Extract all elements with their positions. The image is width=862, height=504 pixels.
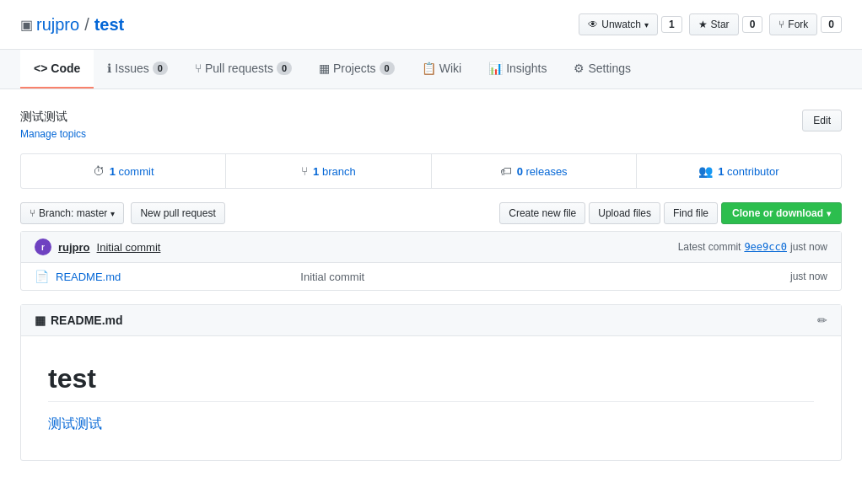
find-file-button[interactable]: Find file (664, 202, 718, 224)
table-row: 📄 README.md Initial commit just now (21, 263, 841, 290)
readme-edit-link[interactable]: ✏ (817, 314, 827, 327)
manage-topics-link[interactable]: Manage topics (20, 128, 86, 140)
issues-icon: ℹ (107, 62, 111, 75)
nav-tabs: <> Code ℹ Issues 0 ⑂ Pull requests 0 ▦ P… (0, 50, 862, 89)
repo-owner-link[interactable]: rujpro (36, 15, 79, 35)
tab-pull-requests[interactable]: ⑂ Pull requests 0 (181, 50, 305, 88)
insights-icon: 📊 (488, 62, 503, 75)
tab-settings[interactable]: ⚙ Settings (560, 50, 644, 88)
projects-icon: ▦ (319, 62, 330, 75)
readme-section: ▦ README.md ✏ test 测试测试 (20, 304, 842, 461)
readme-icon: ▦ (35, 314, 46, 327)
unwatch-button[interactable]: 👁 Unwatch ▾ (579, 13, 658, 35)
repo-description-text: 测试测试 (20, 110, 67, 123)
pencil-icon: ✏ (817, 314, 827, 327)
dropdown-arrow-icon: ▾ (644, 20, 649, 29)
commit-message-link[interactable]: Initial commit (97, 241, 161, 254)
repo-name-link[interactable]: test (94, 15, 125, 35)
star-button[interactable]: ★ Star (689, 13, 739, 35)
releases-stat: 🏷 0 releases (432, 154, 637, 188)
file-commit-message: Initial commit (300, 271, 790, 283)
clone-dropdown-icon: ▾ (827, 209, 831, 218)
settings-icon: ⚙ (574, 62, 585, 75)
tag-icon: 🏷 (500, 164, 512, 178)
readme-description: 测试测试 (48, 416, 814, 433)
tab-projects[interactable]: ▦ Projects 0 (305, 50, 408, 88)
repo-header: ▣ rujpro / test 👁 Unwatch ▾ 1 ★ Star 0 ⑂… (0, 0, 862, 50)
tab-issues[interactable]: ℹ Issues 0 (94, 50, 181, 88)
branch-icon: ⑂ (301, 164, 308, 178)
commits-icon: ⏱ (93, 164, 105, 178)
clone-or-download-button[interactable]: Clone or download ▾ (721, 202, 842, 224)
file-icon: 📄 (35, 270, 49, 283)
code-icon: <> (34, 62, 47, 75)
file-name-link[interactable]: README.md (56, 271, 300, 283)
create-new-file-button[interactable]: Create new file (499, 202, 585, 224)
tab-insights[interactable]: 📊 Insights (475, 50, 560, 88)
unwatch-count: 1 (661, 16, 682, 33)
projects-count: 0 (380, 62, 395, 75)
releases-link[interactable]: 0 releases (517, 165, 568, 178)
branch-icon: ⑂ (30, 207, 35, 219)
pr-icon: ⑂ (195, 62, 202, 75)
issues-count: 0 (153, 62, 168, 75)
tab-wiki[interactable]: 📋 Wiki (408, 50, 475, 88)
upload-files-button[interactable]: Upload files (589, 202, 660, 224)
wiki-icon: 📋 (422, 62, 436, 75)
repo-title: ▣ rujpro / test (20, 15, 124, 35)
stats-bar: ⏱ 1 commit ⑂ 1 branch 🏷 0 releases 👥 1 (20, 153, 842, 189)
pr-count: 0 (277, 62, 292, 75)
file-table: r rujpro Initial commit Latest commit 9e… (20, 231, 842, 291)
latest-commit-row: r rujpro Initial commit Latest commit 9e… (21, 232, 841, 263)
readme-title: ▦ README.md (35, 314, 123, 327)
file-time: just now (790, 271, 827, 282)
toolbar-right: Create new file Upload files Find file C… (499, 202, 842, 224)
branches-stat: ⑂ 1 branch (226, 154, 431, 188)
repo-icon: ▣ (20, 17, 33, 33)
branches-link[interactable]: 1 branch (313, 165, 356, 178)
commit-hash-link[interactable]: 9ee9cc0 (744, 241, 787, 253)
repo-separator: / (84, 15, 89, 35)
commit-info: r rujpro Initial commit (35, 239, 160, 255)
contributors-icon: 👥 (698, 164, 713, 178)
repo-description: 测试测试 Manage topics Edit (20, 110, 842, 140)
main-content: 测试测试 Manage topics Edit ⏱ 1 commit ⑂ 1 b… (0, 89, 862, 481)
readme-content: test 测试测试 (21, 336, 841, 460)
branch-selector[interactable]: ⑂ Branch: master ▾ (20, 202, 124, 224)
toolbar-left: ⑂ Branch: master ▾ New pull request (20, 202, 225, 224)
fork-icon: ⑂ (778, 19, 784, 30)
edit-button[interactable]: Edit (802, 110, 842, 131)
star-count: 0 (742, 16, 763, 33)
avatar: r (35, 239, 51, 255)
fork-button[interactable]: ⑂ Fork (769, 13, 817, 35)
commit-author-link[interactable]: rujpro (58, 241, 90, 254)
fork-count: 0 (821, 16, 842, 33)
contributors-stat: 👥 1 contributor (637, 154, 841, 188)
eye-icon: 👁 (588, 19, 598, 30)
commit-meta: Latest commit 9ee9cc0 just now (678, 241, 827, 253)
tab-code[interactable]: <> Code (20, 50, 94, 88)
dropdown-icon: ▾ (110, 209, 115, 218)
contributors-link[interactable]: 1 contributor (718, 165, 778, 178)
new-pull-request-button[interactable]: New pull request (131, 202, 224, 224)
commits-stat: ⏱ 1 commit (21, 154, 226, 188)
commits-link[interactable]: 1 commit (110, 165, 154, 178)
readme-header: ▦ README.md ✏ (21, 305, 841, 336)
repo-actions: 👁 Unwatch ▾ 1 ★ Star 0 ⑂ Fork 0 (579, 13, 842, 35)
file-toolbar: ⑂ Branch: master ▾ New pull request Crea… (20, 202, 842, 224)
star-icon: ★ (698, 19, 708, 30)
readme-h1: test (48, 363, 814, 402)
